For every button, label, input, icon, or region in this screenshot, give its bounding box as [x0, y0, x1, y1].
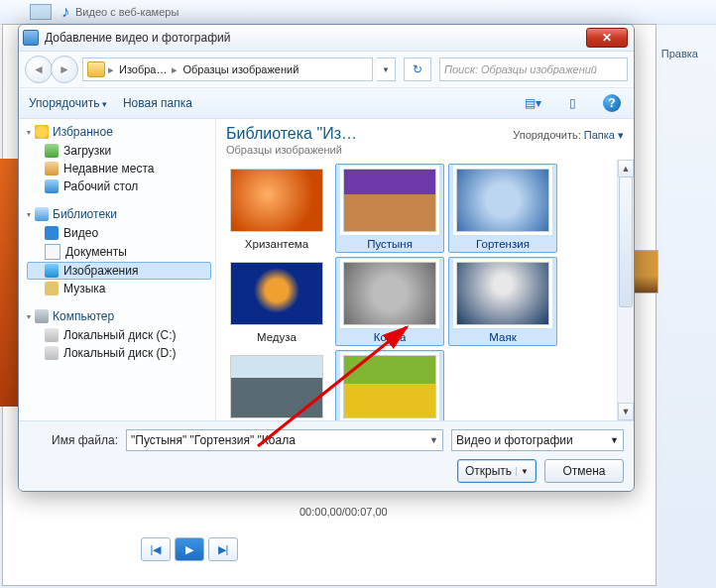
ribbon-thumbs: ♪ Видео с веб-камеры: [30, 3, 179, 21]
tree-label: Компьютер: [53, 309, 114, 323]
file-item[interactable]: Пустыня: [335, 164, 444, 253]
arrange-dropdown[interactable]: Папка ▾: [584, 129, 624, 141]
tree-group-libraries[interactable]: ▾ Библиотеки: [27, 207, 211, 221]
dialog-titlebar[interactable]: Добавление видео и фотографий ✕: [19, 25, 634, 52]
file-caption: Пустыня: [367, 238, 413, 250]
file-item[interactable]: Гортензия: [448, 164, 557, 253]
star-icon: [35, 125, 49, 139]
nav-tree[interactable]: ▾ Избранное Загрузки Недавние места Рабо…: [19, 119, 216, 420]
scroll-up-button[interactable]: ▲: [618, 160, 634, 177]
file-thumbnail: [343, 355, 436, 418]
tree-item-documents[interactable]: Документы: [27, 242, 211, 262]
nav-back-button[interactable]: ◄: [25, 56, 53, 83]
filetype-select[interactable]: Видео и фотографии▼: [451, 429, 624, 451]
folder-icon: [87, 61, 105, 77]
chevron-right-icon: ▸: [171, 63, 179, 76]
document-icon: [45, 244, 60, 260]
app-ribbon: ♪ Видео с веб-камеры: [0, 0, 716, 25]
chevron-down-icon: ▾: [27, 312, 31, 321]
cancel-button[interactable]: Отмена: [544, 459, 624, 483]
next-button[interactable]: ▶|: [208, 537, 238, 561]
tree-item-music[interactable]: Музыка: [27, 280, 211, 297]
close-button[interactable]: ✕: [586, 28, 628, 48]
chevron-right-icon: ▸: [107, 63, 115, 76]
scroll-down-button[interactable]: ▼: [618, 403, 634, 420]
file-thumbnail: [230, 355, 323, 418]
new-folder-button[interactable]: Новая папка: [123, 96, 192, 110]
view-mode-button[interactable]: ▤▾: [521, 92, 544, 114]
refresh-button[interactable]: ↻: [404, 58, 431, 81]
drive-icon: [45, 328, 59, 342]
breadcrumb[interactable]: ▸ Изобра… ▸ Образцы изображений: [82, 58, 373, 81]
file-thumbnail: [456, 169, 549, 232]
library-subtitle: Образцы изображений: [226, 144, 513, 156]
recent-icon: [45, 162, 59, 176]
file-caption: Коала: [374, 331, 407, 343]
library-icon: [35, 207, 49, 221]
file-item[interactable]: Пингвины: [222, 350, 331, 420]
search-input[interactable]: Поиск: Образцы изображений: [439, 58, 628, 81]
open-button[interactable]: Открыть▼: [457, 459, 537, 483]
breadcrumb-seg[interactable]: Образцы изображений: [179, 63, 302, 75]
player-controls: |◀ ▶ ▶|: [141, 537, 238, 561]
file-item[interactable]: Хризантема: [222, 164, 331, 253]
file-caption: Хризантема: [245, 238, 308, 250]
open-split-icon[interactable]: ▼: [516, 467, 529, 476]
drive-icon: [45, 346, 59, 360]
filename-input[interactable]: "Пустыня" "Гортензия" "Коала▼: [126, 429, 443, 451]
file-thumbnail: [456, 262, 549, 325]
nav-forward-button[interactable]: ►: [51, 56, 78, 83]
file-item[interactable]: Тюльпаны: [335, 350, 444, 420]
arrange-by[interactable]: Упорядочить: Папка ▾: [513, 125, 624, 142]
prev-button[interactable]: |◀: [141, 537, 171, 561]
timeline-thumb: [0, 159, 20, 407]
app-icon: [23, 30, 39, 46]
help-button[interactable]: ?: [600, 92, 624, 114]
dialog-title: Добавление видео и фотографий: [45, 31, 586, 45]
thumbnail-grid[interactable]: ХризантемаПустыняГортензияМедузаКоалаМая…: [216, 160, 618, 420]
download-icon: [45, 144, 59, 158]
dialog-footer: Имя файла: "Пустыня" "Гортензия" "Коала▼…: [19, 420, 634, 491]
tree-group-computer[interactable]: ▾ Компьютер: [27, 309, 211, 323]
file-thumbnail: [230, 262, 323, 325]
tree-item-recent[interactable]: Недавние места: [27, 160, 211, 177]
file-item[interactable]: Коала: [335, 257, 444, 346]
file-thumbnail: [343, 262, 436, 325]
tree-group-favorites[interactable]: ▾ Избранное: [27, 125, 211, 139]
help-icon: ?: [603, 94, 621, 112]
tree-item-pictures[interactable]: Изображения: [27, 262, 211, 280]
music-lib-icon: [45, 282, 59, 295]
search-placeholder: Поиск: Образцы изображений: [444, 63, 597, 75]
computer-icon: [35, 309, 49, 323]
breadcrumb-seg[interactable]: Изобра…: [115, 63, 171, 75]
library-title: Библиотека "Из…: [226, 125, 513, 143]
play-button[interactable]: ▶: [175, 537, 204, 561]
tree-item-desktop[interactable]: Рабочий стол: [27, 177, 211, 195]
nav-row: ◄ ► ▸ Изобра… ▸ Образцы изображений ▼ ↻ …: [19, 52, 634, 88]
file-caption: Гортензия: [476, 238, 530, 250]
organize-menu[interactable]: Упорядочить: [29, 96, 107, 110]
image-icon: [45, 264, 59, 278]
content-pane: Библиотека "Из… Образцы изображений Упор…: [216, 119, 634, 420]
file-open-dialog: Добавление видео и фотографий ✕ ◄ ► ▸ Из…: [18, 24, 635, 492]
chevron-down-icon: ▾: [27, 128, 31, 137]
ribbon-thumb: [30, 4, 52, 20]
music-icon: ♪: [61, 3, 69, 21]
file-caption: Медуза: [257, 331, 297, 343]
tree-item-videos[interactable]: Видео: [27, 224, 211, 242]
vertical-scrollbar[interactable]: ▲ ▼: [617, 160, 634, 420]
ribbon-group-label: Правка: [661, 48, 698, 59]
breadcrumb-dropdown[interactable]: ▼: [377, 58, 396, 81]
file-item[interactable]: Медуза: [222, 257, 331, 346]
tree-item-drive-c[interactable]: Локальный диск (C:): [27, 326, 211, 344]
scroll-thumb[interactable]: [619, 176, 633, 307]
file-item[interactable]: Маяк: [448, 257, 557, 346]
tree-item-drive-d[interactable]: Локальный диск (D:): [27, 344, 211, 362]
file-thumbnail: [343, 169, 436, 232]
tree-item-downloads[interactable]: Загрузки: [27, 142, 211, 160]
ribbon-text: Видео с веб-камеры: [75, 6, 179, 18]
preview-pane-button[interactable]: ▯: [560, 92, 584, 114]
tree-label: Библиотеки: [53, 207, 117, 221]
desktop-icon: [45, 179, 59, 193]
file-caption: Маяк: [489, 331, 516, 343]
